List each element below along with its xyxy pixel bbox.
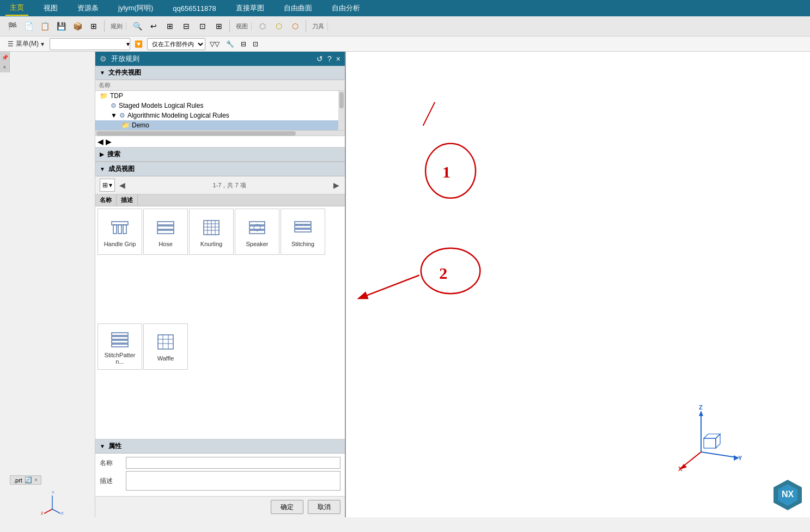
toolbar-btn-tool1[interactable]: ⬡ <box>255 19 270 33</box>
toolbar-btn-save[interactable]: 💾 <box>53 19 69 33</box>
tree-item-tdp[interactable]: 📁 TDP <box>95 91 345 101</box>
svg-rect-11 <box>157 226 174 229</box>
left-edge-close[interactable]: × <box>1 63 9 71</box>
toolbar-btn-file[interactable]: 📄 <box>21 19 36 33</box>
toolbar-btn-export[interactable]: 📦 <box>70 19 85 33</box>
properties-section-header[interactable]: ▼ 属性 <box>95 439 345 454</box>
svg-rect-6 <box>112 222 128 225</box>
section-label-view: 视图 <box>233 22 252 30</box>
properties-content: 名称 描述 <box>95 454 345 496</box>
menu-item-home[interactable]: 主页 <box>5 1 28 16</box>
col-desc: 描述 <box>117 194 138 206</box>
advanced-filter-btn[interactable]: ▽▽ <box>208 39 222 49</box>
scope-selector[interactable]: 仅在工作部件内 <box>147 38 205 50</box>
expand-icon-algorithmic: ▼ <box>111 112 117 119</box>
svg-rect-32 <box>112 340 128 343</box>
toolbar-row1: 🏁 📄 📋 💾 📦 ⊞ 规则 🔍 ↩ ⊞ ⊟ ⊡ ⊞ 视图 ⬡ ⬡ ⬡ 刀具 <box>2 17 808 35</box>
member-item-stitchpattern[interactable]: StitchPattern... <box>98 323 142 370</box>
menu-item-view[interactable]: 视图 <box>39 1 62 15</box>
svg-rect-9 <box>123 225 126 234</box>
filter-icon-btn[interactable]: 🔽 <box>132 39 145 49</box>
toolbar-btn-view-grid[interactable]: ⊞ <box>211 19 227 33</box>
tree-item-staged[interactable]: ⚙ Staged Models Logical Rules <box>95 101 345 111</box>
member-item-handle-grip[interactable]: Handle Grip <box>98 209 142 255</box>
search-arrow: ▶ <box>100 151 104 157</box>
next-page-btn[interactable]: ▶ <box>332 180 340 191</box>
file-tree-label: 文件夹视图 <box>108 68 141 77</box>
toolbar-search-input[interactable] <box>50 41 126 47</box>
tree-next-btn[interactable]: ▶ <box>106 137 112 146</box>
prt-tab-close[interactable]: × <box>34 477 38 483</box>
toolbar-btn-tool3[interactable]: ⬡ <box>288 19 303 33</box>
svg-rect-31 <box>112 337 128 339</box>
confirm-btn[interactable]: 确定 <box>271 500 303 514</box>
toolbar-btn-edit[interactable]: 📋 <box>37 19 52 33</box>
toolbar-btn-align[interactable]: ⊟ <box>179 19 194 33</box>
help-btn[interactable]: ? <box>327 54 332 63</box>
svg-line-39 <box>423 102 435 125</box>
prop-name-input[interactable] <box>126 457 340 469</box>
member-icon-speaker <box>246 217 268 239</box>
filter-extras-btn[interactable]: 🔧 <box>224 39 236 49</box>
search-section-header[interactable]: ▶ 搜索 <box>95 148 345 162</box>
svg-rect-24 <box>295 222 311 224</box>
menu-item-user[interactable]: jylym(阿明) <box>114 1 157 15</box>
folder-icon-demo: 📁 <box>121 121 130 129</box>
svg-text:Z: Z <box>699 404 703 411</box>
member-item-waffle[interactable]: Waffle <box>143 323 188 370</box>
cancel-btn[interactable]: 取消 <box>308 500 340 514</box>
menu-item-freeform-surface[interactable]: 自由曲面 <box>279 1 316 15</box>
props-arrow: ▼ <box>100 443 105 449</box>
toolbar-btn-tool2[interactable]: ⬡ <box>271 19 287 33</box>
left-axis-indicator: Y X Z <box>39 487 66 515</box>
file-tree-section-header[interactable]: ▼ 文件夹视图 <box>95 66 345 80</box>
close-panel-btn[interactable]: × <box>336 54 340 63</box>
props-label: 属性 <box>108 442 121 451</box>
tree-scrollbar[interactable] <box>338 91 345 130</box>
tree-prev-btn[interactable]: ◀ <box>98 137 103 146</box>
prev-page-btn[interactable]: ◀ <box>118 180 126 191</box>
member-item-hose[interactable]: Hose <box>143 209 188 255</box>
bottom-buttons: 确定 取消 <box>95 496 345 517</box>
toolbar-btn-obj[interactable]: ⊡ <box>195 19 210 33</box>
svg-point-40 <box>425 144 476 198</box>
toolbar-btn-snap[interactable]: ⊞ <box>162 19 178 33</box>
tree-item-algorithmic[interactable]: ▼ ⚙ Algorithmic Modeling Logical Rules <box>95 111 345 120</box>
section-label-tool: 刀具 <box>309 22 328 30</box>
left-edge-pin[interactable]: 📌 <box>1 53 9 62</box>
toolbar-btn-zoom[interactable]: 🔍 <box>130 19 145 33</box>
member-name-hose: Hose <box>159 241 173 247</box>
refresh-btn[interactable]: ↺ <box>316 54 323 63</box>
menu-item-qq[interactable]: qq656511878 <box>168 2 221 15</box>
svg-line-42 <box>360 276 419 298</box>
filter-extra2-btn[interactable]: ⊟ <box>239 39 248 49</box>
svg-rect-55 <box>704 438 716 448</box>
members-content: ⊞ ▾ ◀ 1-7，共 7 项 ▶ 名称 描述 <box>95 176 345 439</box>
prt-tab-label: .prt <box>14 477 22 484</box>
prop-desc-input[interactable] <box>126 471 340 491</box>
member-item-knurling[interactable]: Knurling <box>189 209 234 255</box>
members-section-header[interactable]: ▼ 成员视图 <box>95 162 345 176</box>
menu-label: 菜单(M) <box>16 39 39 48</box>
grid-view-btn[interactable]: ⊞ ▾ <box>100 179 115 192</box>
tree-item-demo[interactable]: 📁 Demo <box>95 120 345 130</box>
member-item-stitching[interactable]: Stitching <box>281 209 325 255</box>
search-label: 搜索 <box>107 150 120 159</box>
menu-button[interactable]: ☰ 菜单(M) ▾ <box>4 38 47 50</box>
member-icon-stitching <box>292 217 314 239</box>
menu-item-resources[interactable]: 资源条 <box>73 1 103 15</box>
prt-tab-reload-icon[interactable]: 🔄 <box>25 476 32 484</box>
prt-tab[interactable]: .prt 🔄 × <box>10 475 41 485</box>
toolbar-btn-undo[interactable]: ↩ <box>146 19 161 33</box>
rules-panel-title: 开放规则 <box>111 54 312 64</box>
tree-h-scrollbar[interactable] <box>95 130 345 136</box>
menu-item-free-analysis[interactable]: 自由分析 <box>327 1 364 15</box>
menu-item-direct-sketch[interactable]: 直接草图 <box>232 1 269 15</box>
toolbar-btn-grid[interactable]: ⊞ <box>86 19 101 33</box>
search-dropdown-icon[interactable]: ▾ <box>126 40 130 48</box>
member-item-speaker[interactable]: Speaker <box>235 209 279 255</box>
toolbar-btn-flag[interactable]: 🏁 <box>4 19 20 33</box>
filter-extra3-btn[interactable]: ⊡ <box>251 39 260 49</box>
svg-point-23 <box>254 224 260 231</box>
grid-dropdown[interactable]: ▾ <box>109 181 112 189</box>
